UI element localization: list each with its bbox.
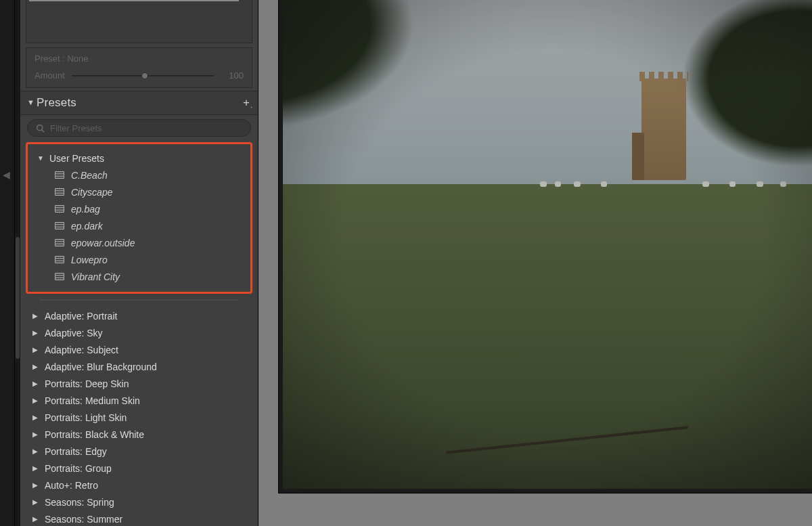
svg-point-0 (37, 125, 43, 130)
add-preset-icon[interactable]: + (243, 96, 250, 110)
preset-group[interactable]: ▶Adaptive: Blur Background (26, 358, 252, 375)
group-label: Portraits: Edgy (45, 446, 107, 457)
preset-label: C.Beach (71, 170, 108, 181)
chevron-right-icon: ▶ (32, 447, 39, 455)
group-label: Portraits: Black & White (45, 429, 144, 440)
photo-frame (279, 0, 812, 493)
chevron-right-icon: ▶ (32, 312, 39, 320)
preset-item[interactable]: ep.bag (32, 200, 246, 217)
preset-group[interactable]: ▶Portraits: Group (26, 460, 252, 477)
user-presets-group[interactable]: ▼ User Presets (32, 150, 246, 167)
preset-group[interactable]: ▶Portraits: Light Skin (26, 409, 252, 426)
preset-label: Cityscape (71, 187, 112, 198)
group-label: Portraits: Light Skin (45, 412, 127, 423)
profile-box: Preset : None Amount 100 (26, 47, 252, 88)
chevron-down-icon: ▼ (37, 154, 44, 162)
preset-group[interactable]: ▶Portraits: Edgy (26, 443, 252, 460)
chevron-right-icon: ▶ (32, 329, 39, 336)
svg-rect-14 (55, 240, 64, 246)
group-label: Portraits: Deep Skin (45, 378, 129, 389)
group-label: Adaptive: Sky (45, 328, 103, 338)
preset-group[interactable]: ▶Auto+: Retro (26, 477, 252, 494)
chevron-right-icon: ▶ (32, 515, 39, 523)
preset-group[interactable]: ▶Seasons: Summer (26, 510, 252, 526)
panel-scrollbar[interactable] (15, 0, 20, 526)
chevron-right-icon: ▶ (32, 380, 39, 387)
preset-icon (55, 239, 64, 246)
preset-label: ep.dark (71, 221, 103, 232)
chevron-right-icon: ▶ (32, 346, 39, 353)
preset-group[interactable]: ▶Portraits: Black & White (26, 426, 252, 443)
preset-icon (55, 256, 64, 263)
amount-value: 100 (221, 70, 244, 81)
preset-item[interactable]: Cityscape (32, 183, 246, 200)
left-rail[interactable]: ◀ (0, 0, 15, 526)
chevron-down-icon[interactable]: ▼ (27, 98, 37, 106)
chevron-right-icon: ▶ (32, 397, 39, 404)
navigator-thumbnail[interactable] (26, 0, 252, 43)
user-presets-highlight: ▼ User Presets C.BeachCityscapeep.bagep.… (26, 142, 252, 294)
preset-item[interactable]: ep.dark (32, 217, 246, 234)
chevron-right-icon: ▶ (32, 464, 39, 472)
panel-title: Presets (37, 96, 243, 110)
chevron-right-icon: ▶ (32, 363, 39, 370)
preset-label: Vibrant City (71, 271, 120, 282)
preset-value[interactable]: None (67, 53, 88, 64)
tower-shape (641, 79, 686, 180)
svg-rect-2 (55, 172, 64, 179)
chevron-right-icon: ▶ (32, 431, 39, 438)
preset-icon (55, 222, 64, 229)
preset-item[interactable]: C.Beach (32, 167, 246, 183)
preset-label: Preset : (35, 53, 65, 64)
svg-rect-20 (55, 273, 64, 280)
amount-slider[interactable] (72, 71, 214, 81)
preset-group[interactable]: ▶Adaptive: Portrait (26, 307, 252, 324)
chevron-right-icon: ▶ (32, 498, 39, 506)
photo[interactable] (283, 0, 812, 489)
scrollbar-thumb[interactable] (16, 237, 20, 359)
preset-icon (55, 273, 64, 280)
group-label: Portraits: Medium Skin (45, 395, 140, 406)
preset-item[interactable]: Vibrant City (32, 268, 246, 285)
preset-item[interactable]: epowar.outside (32, 234, 246, 251)
preset-group[interactable]: ▶Adaptive: Subject (26, 341, 252, 358)
amount-slider-knob[interactable] (141, 72, 148, 79)
preset-group[interactable]: ▶Adaptive: Sky (26, 324, 252, 341)
group-label: Seasons: Summer (45, 514, 122, 525)
preset-item[interactable]: Lowepro (32, 251, 246, 268)
chevron-right-icon: ▶ (32, 481, 39, 489)
search-input[interactable]: Filter Presets (27, 119, 251, 137)
group-label: Adaptive: Portrait (45, 311, 117, 322)
sidebar: Preset : None Amount 100 ▼ Presets + Fil… (20, 0, 258, 526)
group-label: Auto+: Retro (45, 480, 98, 491)
chevron-right-icon: ▶ (32, 414, 39, 421)
preset-label: ep.bag (71, 204, 100, 215)
search-placeholder: Filter Presets (50, 123, 102, 133)
preset-group[interactable]: ▶Seasons: Spring (26, 494, 252, 510)
svg-rect-17 (55, 257, 64, 263)
presets-body: ▼ User Presets C.BeachCityscapeep.bagep.… (20, 141, 258, 526)
preset-icon (55, 188, 64, 196)
svg-rect-5 (55, 189, 64, 196)
preset-group[interactable]: ▶Portraits: Medium Skin (26, 392, 252, 409)
svg-line-1 (42, 129, 44, 131)
group-label: Adaptive: Blur Background (45, 361, 157, 372)
divider (39, 299, 239, 301)
group-label: User Presets (49, 153, 104, 164)
svg-rect-11 (55, 223, 64, 229)
group-label: Seasons: Spring (45, 497, 114, 508)
search-icon (36, 124, 45, 133)
preset-group[interactable]: ▶Portraits: Deep Skin (26, 375, 252, 392)
preset-icon (55, 205, 64, 213)
presets-panel-header[interactable]: ▼ Presets + (20, 91, 258, 115)
preset-label: Lowepro (71, 255, 108, 265)
group-label: Adaptive: Subject (45, 345, 118, 355)
expand-rail-icon[interactable]: ◀ (3, 169, 10, 180)
amount-label: Amount (35, 70, 65, 81)
image-canvas[interactable] (258, 0, 812, 526)
svg-rect-8 (55, 206, 64, 213)
preset-icon (55, 171, 64, 179)
preset-label: epowar.outside (71, 238, 135, 248)
group-label: Portraits: Group (45, 463, 112, 474)
